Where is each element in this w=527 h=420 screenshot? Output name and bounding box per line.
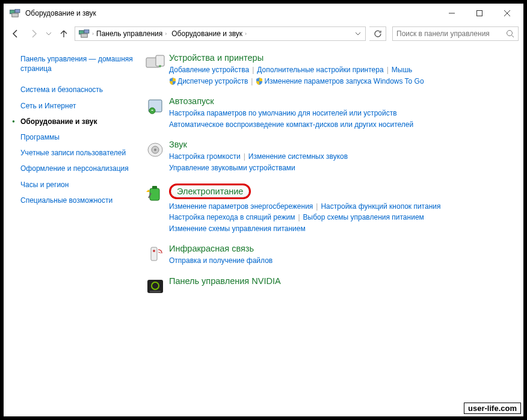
- svg-rect-1: [15, 9, 20, 13]
- back-button[interactable]: [8, 26, 23, 41]
- category-group: ЭлектропитаниеИзменение параметров энерг…: [143, 184, 511, 235]
- close-button[interactable]: [493, 5, 521, 22]
- category-group: Устройства и принтерыДобавление устройст…: [143, 53, 511, 87]
- task-link[interactable]: Дополнительные настройки принтера: [257, 66, 383, 74]
- maximize-button[interactable]: [466, 5, 493, 22]
- task-link[interactable]: Добавление устройства: [169, 66, 249, 74]
- svg-rect-2: [12, 13, 19, 17]
- category-title[interactable]: Панель управления NVIDIA: [169, 276, 511, 286]
- svg-point-14: [159, 65, 161, 67]
- svg-rect-22: [151, 247, 157, 261]
- minimize-button[interactable]: [438, 5, 466, 22]
- sidebar-category[interactable]: Система и безопасность: [20, 82, 133, 97]
- category-group: Панель управления NVIDIA: [143, 276, 511, 298]
- sidebar-category[interactable]: Часы и регион: [20, 177, 133, 193]
- shield-icon: [256, 77, 264, 85]
- category-icon: [143, 276, 168, 298]
- up-button[interactable]: [57, 26, 71, 41]
- task-link[interactable]: Выбор схемы управления питанием: [303, 213, 424, 221]
- search-input[interactable]: [396, 29, 502, 38]
- category-icon: [143, 140, 168, 161]
- task-link[interactable]: Настройка функций кнопок питания: [321, 202, 440, 211]
- category-title[interactable]: Инфракрасная связь: [169, 244, 511, 253]
- svg-rect-4: [477, 11, 482, 16]
- task-link[interactable]: Изменение параметров запуска Windows To …: [264, 77, 424, 85]
- category-icon: [143, 53, 168, 75]
- task-link[interactable]: Изменение схемы управления питанием: [169, 224, 306, 233]
- refresh-button[interactable]: [369, 26, 386, 41]
- svg-rect-21: [152, 186, 157, 189]
- task-link[interactable]: Настройка перехода в спящий режим: [169, 213, 295, 221]
- sidebar-category[interactable]: Сеть и Интернет: [20, 98, 133, 114]
- category-group: АвтозапускНастройка параметров по умолча…: [143, 96, 511, 130]
- svg-point-23: [153, 250, 155, 252]
- task-link[interactable]: Настройка громкости: [169, 152, 241, 161]
- task-link[interactable]: Диспетчер устройств: [177, 77, 248, 85]
- control-panel-home-link[interactable]: Панель управления — домашняя страница: [20, 54, 133, 73]
- svg-rect-8: [84, 29, 89, 33]
- category-icon: [143, 244, 168, 265]
- svg-rect-26: [150, 291, 161, 292]
- task-link[interactable]: Настройка параметров по умолчанию для но…: [169, 109, 397, 117]
- window-title: Оборудование и звук: [25, 9, 438, 17]
- main-content: Устройства и принтерыДобавление устройст…: [139, 49, 523, 416]
- shield-icon: [169, 77, 177, 85]
- watermark: user-life.com: [464, 403, 521, 414]
- titlebar: Оборудование и звук: [4, 4, 523, 23]
- search-box[interactable]: [392, 26, 519, 41]
- breadcrumb-root[interactable]: Панель управления ›: [94, 27, 169, 40]
- navbar: › Панель управления › Оборудование и зву…: [4, 23, 523, 45]
- svg-line-11: [512, 36, 514, 38]
- address-dropdown[interactable]: [352, 31, 364, 36]
- breadcrumb-current[interactable]: Оборудование и звук ›: [169, 27, 249, 40]
- recent-dropdown[interactable]: [45, 26, 53, 41]
- sidebar-category[interactable]: Учетные записи пользователей: [20, 145, 133, 161]
- category-icon: [143, 184, 168, 205]
- task-link[interactable]: Автоматическое воспроизведение компакт-д…: [169, 120, 413, 129]
- sidebar-category[interactable]: Оборудование и звук: [20, 114, 133, 129]
- control-panel-icon: [79, 29, 90, 38]
- category-title[interactable]: Устройства и принтеры: [169, 53, 511, 63]
- sidebar-category[interactable]: Оформление и персонализация: [20, 161, 133, 176]
- sidebar: Панель управления — домашняя страница Си…: [4, 49, 139, 416]
- category-title[interactable]: Электропитание: [169, 184, 251, 199]
- forward-button[interactable]: [26, 26, 41, 41]
- svg-rect-13: [156, 55, 164, 66]
- svg-rect-20: [150, 188, 159, 200]
- sidebar-category[interactable]: Программы: [20, 129, 133, 145]
- svg-point-10: [507, 31, 513, 36]
- category-group: ЗвукНастройка громкости|Изменение систем…: [143, 140, 511, 173]
- control-panel-icon: [10, 9, 20, 17]
- category-icon: [143, 96, 168, 118]
- task-link[interactable]: Мышь: [392, 66, 413, 74]
- search-icon: [506, 29, 514, 38]
- category-group: Инфракрасная связьОтправка и получение ф…: [143, 244, 511, 267]
- category-title[interactable]: Звук: [169, 140, 511, 149]
- task-link[interactable]: Изменение системных звуков: [248, 152, 348, 161]
- category-title[interactable]: Автозапуск: [169, 96, 511, 106]
- task-link[interactable]: Изменение параметров энергосбережения: [169, 202, 313, 211]
- sidebar-category[interactable]: Специальные возможности: [20, 193, 133, 208]
- task-link[interactable]: Управление звуковыми устройствами: [169, 164, 295, 172]
- svg-point-19: [154, 149, 156, 151]
- address-bar[interactable]: › Панель управления › Оборудование и зву…: [75, 26, 366, 41]
- task-link[interactable]: Отправка и получение файлов: [169, 256, 273, 265]
- svg-rect-9: [81, 34, 88, 37]
